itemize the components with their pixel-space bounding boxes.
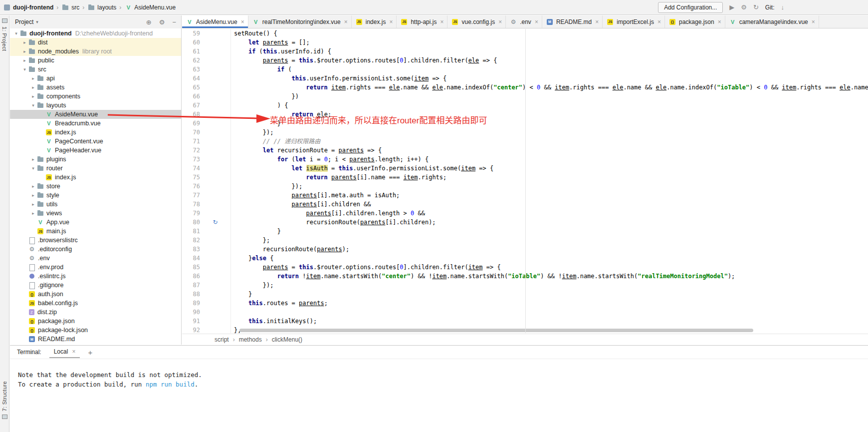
line-number: 72: [182, 146, 200, 155]
editor-tab[interactable]: MREADME.md×: [542, 15, 603, 28]
tree-item-label: src: [38, 66, 46, 73]
close-icon[interactable]: ×: [344, 18, 348, 25]
editor-tab[interactable]: JSindex.js×: [352, 15, 397, 28]
tree-item[interactable]: ▾src: [10, 65, 181, 74]
editor-tab[interactable]: JSvue.config.js×: [447, 15, 506, 28]
breadcrumb-item[interactable]: layouts: [87, 3, 116, 11]
tree-item[interactable]: {}package.json: [10, 317, 181, 326]
new-terminal-icon[interactable]: +: [88, 348, 92, 357]
horizontal-scrollbar[interactable]: [239, 329, 753, 332]
tree-arrow[interactable]: ▸: [21, 58, 28, 63]
tree-arrow[interactable]: ▸: [30, 94, 36, 99]
tree-item[interactable]: VAsideMenu.vue: [10, 110, 181, 119]
terminal-output[interactable]: Note that the development build is not o…: [10, 359, 868, 389]
locate-file-icon[interactable]: ⊕: [146, 18, 152, 26]
tree-item[interactable]: MREADME.md: [10, 335, 181, 344]
editor-breadcrumb-item[interactable]: clickMenu(): [272, 336, 302, 343]
tree-item[interactable]: ⚙.editorconfig: [10, 245, 181, 254]
tree-item[interactable]: Zdist.zip: [10, 308, 181, 317]
close-icon[interactable]: ×: [718, 18, 721, 25]
panel-settings-icon[interactable]: ⚙: [159, 18, 165, 26]
run-icon[interactable]: ▶: [729, 4, 734, 10]
git-branch-label[interactable]: Git:: [765, 4, 775, 11]
tree-item[interactable]: .eslintrc.js: [10, 272, 181, 281]
tree-item[interactable]: VPageHeader.vue: [10, 146, 181, 155]
close-icon[interactable]: ×: [389, 18, 393, 25]
tree-item[interactable]: ▸public: [10, 56, 181, 65]
tree-item[interactable]: ▸utils: [10, 200, 181, 209]
tree-item[interactable]: VPageContent.vue: [10, 137, 181, 146]
tree-item[interactable]: ▸views: [10, 209, 181, 218]
tree-arrow[interactable]: ▸: [30, 202, 36, 207]
git-update-icon[interactable]: ↓: [781, 4, 785, 10]
tree-arrow[interactable]: ▸: [30, 157, 36, 162]
tree-arrow[interactable]: ▾: [13, 31, 19, 36]
tree-item[interactable]: ⚙.env: [10, 254, 181, 263]
editor-tab[interactable]: JShttp-api.js×: [397, 15, 447, 28]
tree-item[interactable]: ▸assets: [10, 83, 181, 92]
tab-label: importExcel.js: [617, 18, 654, 25]
update-project-icon[interactable]: ↻: [753, 4, 759, 10]
tree-item[interactable]: ▸dist: [10, 38, 181, 47]
tree-arrow[interactable]: ▸: [21, 40, 28, 45]
tree-item[interactable]: ▸node_moduleslibrary root: [10, 47, 181, 56]
tree-arrow[interactable]: ▸: [21, 49, 28, 54]
tree-item[interactable]: .browserslistrc: [10, 236, 181, 245]
recursive-call-icon[interactable]: ↻: [200, 218, 231, 227]
tree-arrow[interactable]: ▸: [30, 184, 36, 189]
tree-item[interactable]: ▸store: [10, 182, 181, 191]
close-icon[interactable]: ×: [812, 18, 815, 25]
close-icon[interactable]: ×: [241, 18, 244, 25]
editor-tab[interactable]: ⚙.env×: [506, 15, 542, 28]
tree-item[interactable]: .env.prod: [10, 263, 181, 272]
tree-item[interactable]: ▾layouts: [10, 101, 181, 110]
tree-arrow[interactable]: ▾: [21, 67, 28, 72]
close-icon[interactable]: ×: [440, 18, 443, 25]
tree-item[interactable]: VBreadcrumb.vue: [10, 119, 181, 128]
tree-item[interactable]: ▾duoji-frontendD:\zheheWeb\duoji-fronten…: [10, 29, 181, 38]
project-tool-button[interactable]: 1: Project: [1, 26, 7, 51]
tree-item[interactable]: ▸style: [10, 191, 181, 200]
tree-item[interactable]: ▾router: [10, 164, 181, 173]
tree-item[interactable]: JSbabel.config.js: [10, 299, 181, 308]
close-icon[interactable]: ×: [657, 18, 661, 25]
terminal-label[interactable]: Terminal:: [17, 349, 41, 356]
breadcrumb-item[interactable]: duoji-frontend: [13, 4, 53, 11]
add-configuration-button[interactable]: Add Configuration...: [658, 2, 723, 13]
editor-tab[interactable]: VcameraManage\index.vue×: [725, 15, 819, 28]
tree-item[interactable]: ▸plugins: [10, 155, 181, 164]
editor-tab[interactable]: VrealTimeMonitoring\index.vue×: [248, 15, 352, 28]
project-panel-title[interactable]: Project: [15, 18, 33, 25]
tree-item[interactable]: JSindex.js: [10, 128, 181, 137]
tree-arrow[interactable]: ▸: [30, 76, 36, 81]
close-icon[interactable]: ×: [595, 18, 599, 25]
tree-arrow[interactable]: ▸: [30, 211, 36, 216]
tree-item[interactable]: ▸api: [10, 74, 181, 83]
tree-item[interactable]: ▸components: [10, 92, 181, 101]
terminal-tab-local[interactable]: Local ×: [49, 346, 80, 358]
breadcrumb-item[interactable]: VAsideMenu.vue: [124, 3, 176, 11]
tree-arrow[interactable]: ▸: [30, 193, 36, 198]
tree-item[interactable]: VApp.vue: [10, 218, 181, 227]
settings-icon[interactable]: ⚙: [741, 4, 747, 10]
editor-breadcrumb-item[interactable]: script: [215, 336, 229, 343]
tree-arrow[interactable]: ▾: [30, 166, 36, 171]
breadcrumb-item[interactable]: src: [61, 3, 79, 11]
chevron-down-icon[interactable]: ▾: [36, 19, 38, 24]
tree-item[interactable]: JSmain.js: [10, 227, 181, 236]
structure-tool-button[interactable]: 7: Structure: [1, 381, 7, 411]
editor-tab[interactable]: {}package.json×: [665, 15, 725, 28]
editor-tab[interactable]: VAsideMenu.vue×: [182, 15, 248, 28]
tree-arrow[interactable]: ▸: [30, 85, 36, 90]
editor-breadcrumb-item[interactable]: methods: [239, 336, 262, 343]
tree-item[interactable]: .gitignore: [10, 281, 181, 290]
close-icon[interactable]: ×: [535, 18, 538, 25]
close-icon[interactable]: ×: [72, 348, 75, 355]
tree-item[interactable]: JSindex.js: [10, 173, 181, 182]
tree-item[interactable]: {}package-lock.json: [10, 326, 181, 335]
tree-arrow[interactable]: ▾: [30, 103, 36, 108]
editor-tab[interactable]: JSimportExcel.js×: [603, 15, 665, 28]
hide-panel-icon[interactable]: −: [172, 18, 176, 26]
close-icon[interactable]: ×: [498, 18, 502, 25]
tree-item[interactable]: {}auth.json: [10, 290, 181, 299]
